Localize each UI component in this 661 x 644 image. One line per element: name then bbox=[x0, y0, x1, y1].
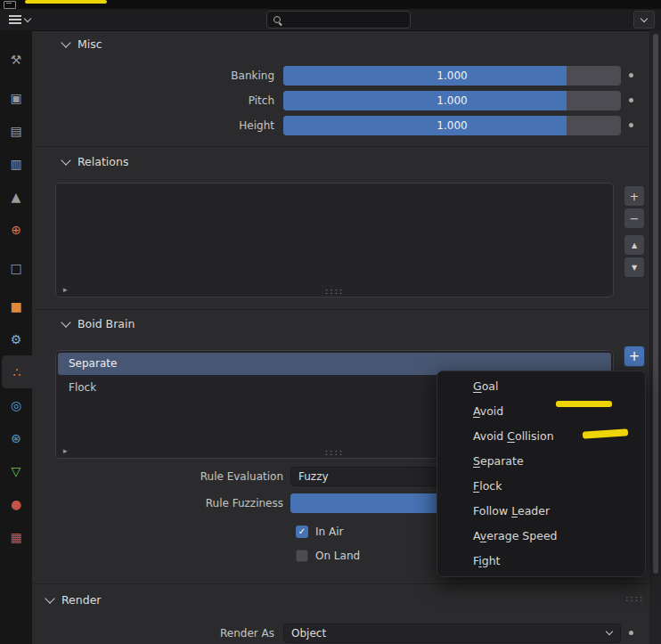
relations-remove-button[interactable]: − bbox=[624, 208, 645, 229]
panel-chevron-icon bbox=[45, 593, 54, 603]
in-air-label: In Air bbox=[315, 524, 343, 540]
rule-evaluation-value: Fuzzy bbox=[298, 470, 329, 483]
render-as-label: Render As bbox=[0, 624, 274, 643]
view-layer-icon: ▥ bbox=[10, 158, 21, 170]
panel-chevron-icon bbox=[61, 155, 70, 165]
window-icon bbox=[4, 1, 16, 9]
pitch-row: Pitch1.000 bbox=[0, 91, 661, 110]
plus-icon: + bbox=[629, 348, 641, 364]
slider-label: Pitch bbox=[0, 91, 274, 110]
slider-value: 1.000 bbox=[283, 66, 621, 86]
height-row: Height1.000 bbox=[0, 116, 661, 135]
chevron-down-icon bbox=[641, 15, 648, 22]
animate-dot[interactable] bbox=[629, 98, 633, 102]
search-input[interactable] bbox=[287, 12, 404, 27]
list-resize-grip[interactable]: :::: bbox=[56, 287, 613, 296]
relations-move-down-button[interactable]: ▼ bbox=[624, 257, 645, 278]
panel-title: Misc bbox=[78, 37, 102, 51]
tool-icon: ⚒ bbox=[11, 53, 22, 66]
slider-fill bbox=[290, 493, 456, 513]
panel-drag-grip[interactable]: :::: bbox=[625, 593, 644, 603]
on-land-checkbox[interactable] bbox=[296, 550, 308, 562]
menu-item-follow-leader[interactable]: Follow Leader bbox=[437, 499, 645, 524]
object-icon: ■ bbox=[10, 300, 21, 313]
rule-fuzziness-label: Rule Fuzziness bbox=[0, 493, 283, 513]
slider-label: Banking bbox=[0, 66, 274, 86]
banking-row: Banking1.000 bbox=[0, 66, 661, 86]
rule-evaluation-label: Rule Evaluation bbox=[0, 467, 283, 486]
slider-value: 1.000 bbox=[283, 116, 621, 135]
properties-tab-collection[interactable]: □ bbox=[0, 251, 32, 284]
arrow-up-icon: ▲ bbox=[632, 241, 637, 249]
search-box[interactable] bbox=[266, 11, 411, 29]
panel-chevron-icon bbox=[61, 37, 70, 47]
menu-item-avoid[interactable]: Avoid bbox=[437, 399, 645, 424]
physics-icon: ◎ bbox=[11, 399, 21, 412]
search-icon bbox=[273, 15, 282, 25]
collection-icon: □ bbox=[10, 262, 21, 274]
header-options-button[interactable] bbox=[633, 11, 655, 29]
slider-value: 1.000 bbox=[283, 91, 621, 110]
relations-add-button[interactable]: + bbox=[624, 185, 645, 207]
scrollbar-thumb[interactable] bbox=[653, 34, 658, 574]
panel-separator bbox=[32, 583, 649, 584]
pitch-slider[interactable]: 1.000 bbox=[283, 91, 621, 110]
height-slider[interactable]: 1.000 bbox=[283, 116, 621, 135]
relations-move-up-button[interactable]: ▲ bbox=[624, 234, 645, 256]
panel-separator bbox=[32, 309, 649, 310]
menu-item-fight[interactable]: Fight bbox=[437, 549, 645, 574]
chevron-down-icon bbox=[606, 628, 613, 635]
particles-icon: ∴ bbox=[13, 366, 21, 379]
on-land-label: On Land bbox=[315, 548, 360, 564]
editor-header bbox=[0, 9, 661, 31]
properties-tab-constraints[interactable]: ⊛ bbox=[0, 421, 32, 454]
animate-dot[interactable] bbox=[629, 123, 633, 127]
panel-header-misc[interactable]: Misc bbox=[62, 37, 102, 51]
highlight-mark-avoid bbox=[556, 401, 612, 407]
in-air-checkbox[interactable]: ✓ bbox=[296, 526, 308, 538]
panel-separator bbox=[32, 146, 649, 147]
properties-tab-object[interactable]: ■ bbox=[0, 289, 32, 322]
highlight-mark-top bbox=[25, 0, 107, 4]
properties-tab-world[interactable]: ⊕ bbox=[0, 213, 32, 246]
chevron-down-icon bbox=[24, 15, 31, 22]
render-as-row: Render As Object bbox=[0, 624, 661, 643]
scene-icon: ▲ bbox=[12, 191, 21, 203]
properties-tab-particles[interactable]: ∴ bbox=[2, 355, 32, 388]
panel-header-boid-brain[interactable]: Boid Brain bbox=[62, 317, 135, 330]
arrow-down-icon: ▼ bbox=[632, 264, 637, 272]
menu-item-separate[interactable]: Separate bbox=[437, 449, 645, 474]
panel-title: Relations bbox=[78, 155, 128, 168]
render-as-value: Object bbox=[291, 627, 326, 640]
panel-header-relations[interactable]: Relations bbox=[62, 155, 128, 168]
menu-item-goal[interactable]: Goal bbox=[437, 374, 645, 399]
properties-tab-modifiers[interactable]: ⚙ bbox=[0, 322, 32, 355]
properties-tab-physics[interactable]: ◎ bbox=[0, 388, 32, 421]
constraints-icon: ⊛ bbox=[11, 432, 21, 444]
add-boid-rule-button[interactable]: + bbox=[624, 346, 645, 367]
minus-icon: − bbox=[630, 212, 640, 225]
menu-item-average-speed[interactable]: Average Speed bbox=[437, 524, 645, 549]
add-rule-menu: GoalAvoidAvoid CollisionSeparateFlockFol… bbox=[437, 371, 646, 577]
panel-header-render[interactable]: Render bbox=[46, 593, 102, 607]
properties-tab-scene[interactable]: ▲ bbox=[0, 180, 32, 213]
panel-title: Boid Brain bbox=[78, 317, 135, 330]
menu-item-flock[interactable]: Flock bbox=[437, 474, 645, 499]
panel-title: Render bbox=[61, 593, 102, 607]
properties-tab-view-layer[interactable]: ▥ bbox=[0, 147, 32, 180]
slider-label: Height bbox=[0, 116, 274, 135]
modifiers-icon: ⚙ bbox=[11, 333, 22, 346]
render-as-dropdown[interactable]: Object bbox=[283, 624, 621, 643]
scrollbar-track bbox=[649, 30, 661, 644]
animate-dot[interactable] bbox=[629, 631, 633, 635]
properties-editor-icon bbox=[9, 14, 21, 25]
animate-dot[interactable] bbox=[629, 73, 633, 77]
editor-type-button[interactable] bbox=[5, 12, 34, 28]
check-icon: ✓ bbox=[298, 526, 306, 536]
plus-icon: + bbox=[630, 190, 640, 203]
panel-chevron-icon bbox=[61, 317, 70, 327]
world-icon: ⊕ bbox=[11, 224, 21, 236]
banking-slider[interactable]: 1.000 bbox=[283, 66, 621, 86]
relations-list[interactable]: ▸ :::: bbox=[55, 183, 614, 298]
